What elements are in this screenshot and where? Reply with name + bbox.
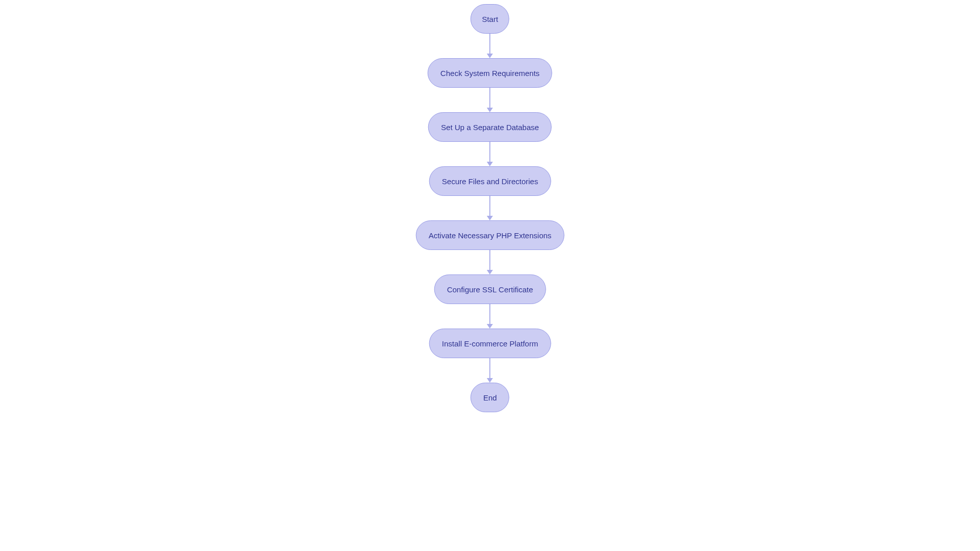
node-label: Start [482,15,498,23]
node-end: End [471,383,509,412]
connector [487,142,493,166]
node-label: Set Up a Separate Database [441,123,539,132]
connector-line [489,142,491,162]
connector-line [489,34,491,54]
arrow-down-icon [487,216,493,220]
arrow-down-icon [487,270,493,274]
connector-line [489,88,491,108]
node-label: End [483,393,497,402]
connector [487,304,493,329]
node-label: Secure Files and Directories [442,177,538,186]
connector [487,196,493,220]
node-label: Install E-commerce Platform [442,339,538,348]
connector [487,250,493,274]
connector [487,34,493,58]
node-ssl-certificate: Configure SSL Certificate [434,274,546,304]
node-label: Activate Necessary PHP Extensions [429,231,552,240]
node-label: Configure SSL Certificate [447,285,533,294]
connector [487,358,493,383]
node-check-requirements: Check System Requirements [428,58,552,88]
connector-line [489,196,491,216]
arrow-down-icon [487,378,493,383]
node-secure-files: Secure Files and Directories [429,166,551,196]
connector-line [489,304,491,324]
node-start: Start [471,4,509,34]
node-install-platform: Install E-commerce Platform [429,329,551,358]
node-label: Check System Requirements [440,69,540,78]
arrow-down-icon [487,324,493,329]
node-setup-database: Set Up a Separate Database [428,112,552,142]
node-php-extensions: Activate Necessary PHP Extensions [416,220,565,250]
arrow-down-icon [487,54,493,58]
arrow-down-icon [487,108,493,112]
connector-line [489,250,491,270]
arrow-down-icon [487,162,493,166]
flowchart-container: Start Check System Requirements Set Up a… [416,4,565,412]
connector [487,88,493,112]
connector-line [489,358,491,379]
